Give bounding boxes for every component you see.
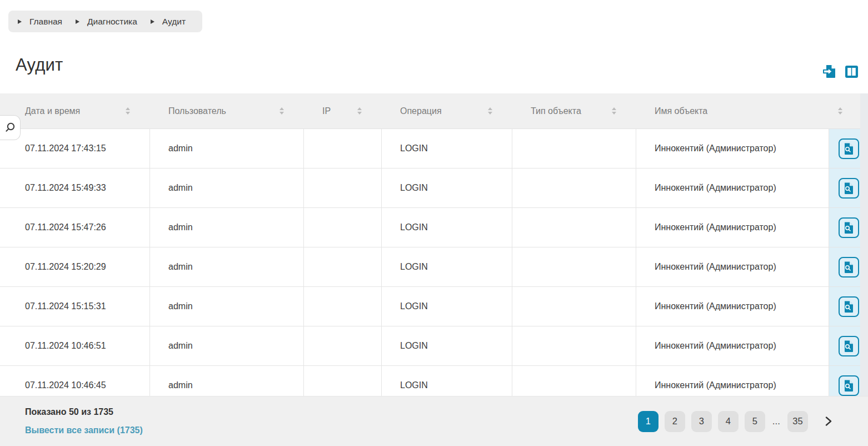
column-header-5[interactable]: Тип объекта [512, 93, 636, 128]
pagination: 12345...35 [638, 411, 834, 432]
cell-datetime: 07.11.2024 15:20:29 [0, 247, 150, 286]
column-header-2[interactable]: Пользователь [150, 93, 304, 128]
breadcrumb: Главная Диагностика Аудит [8, 11, 202, 32]
scrollbar-track[interactable] [860, 93, 868, 396]
breadcrumb-item-3[interactable]: Аудит [151, 17, 186, 27]
search-toggle-button[interactable] [0, 115, 21, 140]
table-body: 07.11.2024 17:43:15 admin LOGIN Иннокент… [0, 129, 868, 405]
view-record-button[interactable] [839, 217, 859, 238]
breadcrumb-item-label: Главная [29, 17, 62, 27]
column-header-1[interactable]: Дата и время [0, 93, 150, 128]
export-button[interactable] [822, 64, 837, 79]
breadcrumb-item-label: Диагностика [87, 17, 137, 27]
arrow-right-icon [76, 19, 79, 24]
breadcrumb-item-2[interactable]: Диагностика [76, 17, 137, 27]
page-button-5[interactable]: 5 [745, 411, 765, 432]
view-record-button[interactable] [839, 138, 859, 159]
table-row: 07.11.2024 15:20:29 admin LOGIN Иннокент… [0, 247, 868, 287]
cell-datetime: 07.11.2024 15:15:31 [0, 287, 150, 326]
cell-object-type [512, 247, 636, 286]
columns-settings-icon [845, 65, 859, 79]
table-row: 07.11.2024 15:49:33 admin LOGIN Иннокент… [0, 169, 868, 208]
sort-arrows-icon[interactable] [357, 107, 362, 115]
document-search-icon [843, 182, 854, 195]
cell-ip [304, 326, 382, 365]
page-button-4[interactable]: 4 [718, 411, 739, 432]
show-all-records-link[interactable]: Вывести все записи (1735) [25, 425, 143, 435]
cell-ip [304, 129, 382, 168]
cell-operation: LOGIN [382, 129, 512, 168]
column-header-label: IP [322, 106, 331, 116]
cell-user: admin [150, 169, 304, 207]
columns-settings-button[interactable] [845, 65, 859, 79]
document-search-icon [843, 300, 854, 313]
page-button-3[interactable]: 3 [691, 411, 712, 432]
sort-arrows-icon[interactable] [488, 107, 492, 115]
shown-count-text: Показано 50 из 1735 [25, 407, 143, 417]
view-record-button[interactable] [839, 257, 859, 277]
document-search-icon [843, 379, 854, 392]
sort-arrows-icon[interactable] [612, 107, 616, 115]
arrow-right-icon [18, 19, 22, 24]
cell-operation: LOGIN [382, 247, 512, 286]
sort-arrows-icon[interactable] [126, 107, 130, 115]
page-button-1[interactable]: 1 [638, 411, 659, 432]
column-header-6[interactable]: Имя объекта [636, 93, 868, 128]
sort-arrows-icon[interactable] [838, 107, 842, 115]
cell-datetime: 07.11.2024 10:46:51 [0, 326, 150, 365]
view-record-button[interactable] [839, 336, 859, 356]
next-page-button[interactable] [823, 416, 834, 427]
view-record-button[interactable] [839, 296, 859, 317]
pagination-ellipsis: ... [772, 416, 780, 432]
export-icon [822, 64, 837, 79]
table-row: 07.11.2024 15:47:26 admin LOGIN Иннокент… [0, 208, 868, 247]
cell-operation: LOGIN [382, 208, 512, 247]
footer-summary: Показано 50 из 1735 Вывести все записи (… [25, 407, 143, 435]
document-search-icon [843, 340, 854, 353]
chevron-right-icon [823, 416, 834, 427]
cell-object-type [512, 208, 636, 247]
cell-user: admin [150, 287, 304, 326]
page-button-35[interactable]: 35 [787, 411, 808, 432]
cell-object-name: Иннокентий (Администратор) [636, 287, 829, 326]
view-record-button[interactable] [839, 375, 859, 396]
toolbar [822, 64, 859, 79]
cell-ip [304, 287, 382, 326]
table-header: Дата и время Пользователь IP Операция Ти… [0, 93, 868, 129]
page-button-2[interactable]: 2 [665, 411, 685, 432]
column-header-label: Операция [400, 106, 442, 116]
table-row: 07.11.2024 17:43:15 admin LOGIN Иннокент… [0, 129, 868, 169]
table-row: 07.11.2024 10:46:51 admin LOGIN Иннокент… [0, 326, 868, 366]
cell-object-type [512, 169, 636, 207]
cell-object-type [512, 326, 636, 365]
cell-ip [304, 208, 382, 247]
cell-operation: LOGIN [382, 169, 512, 207]
breadcrumb-item-label: Аудит [162, 17, 186, 27]
cell-user: admin [150, 208, 304, 247]
column-header-label: Тип объекта [531, 106, 581, 116]
column-header-3[interactable]: IP [304, 93, 382, 128]
sort-arrows-icon[interactable] [280, 107, 284, 115]
document-search-icon [843, 142, 854, 155]
column-header-label: Дата и время [25, 106, 80, 116]
cell-operation: LOGIN [382, 287, 512, 326]
cell-datetime: 07.11.2024 15:49:33 [0, 169, 150, 207]
table-row: 07.11.2024 15:15:31 admin LOGIN Иннокент… [0, 287, 868, 326]
page-title: Аудит [16, 55, 63, 75]
cell-object-name: Иннокентий (Администратор) [636, 247, 829, 286]
cell-datetime: 07.11.2024 17:43:15 [0, 129, 150, 168]
column-header-label: Имя объекта [655, 106, 707, 116]
cell-ip [304, 247, 382, 286]
column-header-label: Пользователь [168, 106, 226, 116]
footer: Показано 50 из 1735 Вывести все записи (… [0, 396, 868, 446]
view-record-button[interactable] [839, 178, 859, 199]
arrow-right-icon [151, 19, 154, 24]
cell-object-name: Иннокентий (Администратор) [636, 129, 829, 168]
cell-object-name: Иннокентий (Администратор) [636, 169, 829, 207]
column-header-4[interactable]: Операция [382, 93, 512, 128]
cell-user: admin [150, 326, 304, 365]
cell-object-name: Иннокентий (Администратор) [636, 326, 829, 365]
breadcrumb-item-1[interactable]: Главная [18, 17, 62, 27]
document-search-icon [843, 221, 854, 234]
search-icon [4, 122, 16, 134]
